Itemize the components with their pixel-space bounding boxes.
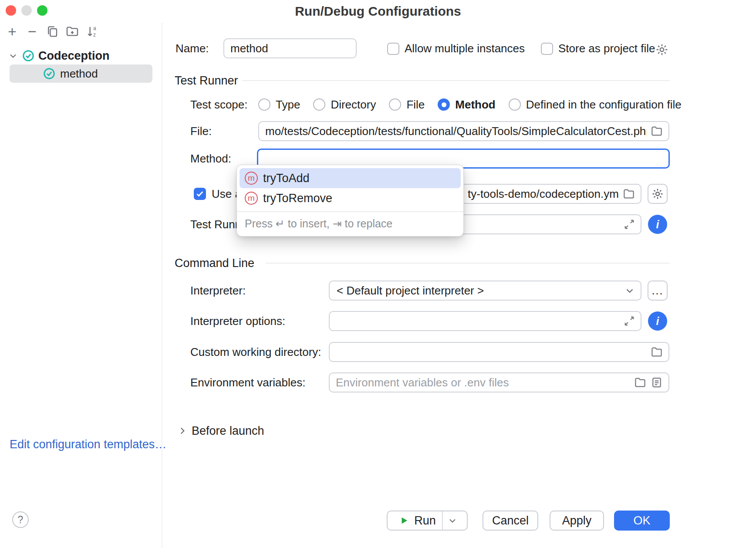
- radio-label: File: [406, 98, 425, 112]
- interpreter-browse-button[interactable]: …: [648, 281, 668, 301]
- run-split-button: Run: [387, 511, 468, 531]
- apply-button[interactable]: Apply: [550, 511, 604, 531]
- before-launch-section[interactable]: Before launch: [192, 421, 264, 441]
- tree-node-label: Codeception: [38, 49, 110, 63]
- folder-icon[interactable]: [650, 345, 663, 359]
- folder-icon[interactable]: [634, 376, 647, 389]
- chevron-right-icon[interactable]: [177, 425, 188, 436]
- interpreter-value: < Default project interpreter >: [337, 284, 484, 298]
- radio-label: Method: [455, 98, 495, 112]
- edit-configuration-templates-link[interactable]: Edit configuration templates…: [10, 435, 166, 454]
- environment-variables-field: [329, 372, 669, 392]
- sort-configurations-button[interactable]: a z: [84, 23, 101, 40]
- ok-button[interactable]: OK: [614, 511, 670, 531]
- codeception-icon: [22, 49, 35, 62]
- interpreter-label: Interpreter:: [190, 281, 246, 301]
- radio-circle-selected: [438, 98, 450, 111]
- interpreter-options-label: Interpreter options:: [190, 311, 285, 331]
- minus-icon: −: [28, 24, 37, 39]
- cancel-button[interactable]: Cancel: [483, 511, 538, 531]
- radio-circle: [389, 98, 401, 111]
- test-runner-options-label: Test Runn: [190, 214, 241, 234]
- folder-icon[interactable]: [650, 125, 663, 138]
- completion-item-trytoremove[interactable]: m tryToRemove: [240, 188, 461, 208]
- config-settings-button[interactable]: [648, 184, 668, 204]
- section-divider: [242, 80, 670, 81]
- environment-variables-label: Environment variables:: [190, 372, 305, 392]
- scope-radio-file[interactable]: File: [389, 98, 425, 112]
- allow-multiple-instances-label: Allow multiple instances: [405, 38, 525, 58]
- svg-text:a: a: [93, 25, 96, 31]
- file-field: [258, 121, 669, 141]
- sidebar-divider: [162, 23, 162, 548]
- check-icon: [195, 189, 205, 199]
- expand-icon[interactable]: [623, 218, 635, 230]
- expand-icon[interactable]: [623, 315, 635, 327]
- gear-icon: [651, 187, 664, 200]
- completion-item-label: tryToAdd: [263, 172, 310, 185]
- window-title: Run/Debug Configurations: [0, 4, 756, 19]
- play-icon: [398, 515, 410, 526]
- radio-label: Defined in the configuration file: [526, 98, 682, 112]
- interpreter-select[interactable]: < Default project interpreter >: [329, 281, 641, 301]
- test-runner-section-title: Test Runner: [175, 71, 238, 90]
- scope-radio-directory[interactable]: Directory: [313, 98, 376, 112]
- config-file-field: [461, 184, 641, 204]
- info-button[interactable]: i: [648, 215, 667, 234]
- codeception-icon: [43, 67, 56, 80]
- radio-circle: [509, 98, 521, 111]
- add-configuration-button[interactable]: +: [3, 23, 21, 40]
- list-icon[interactable]: [650, 376, 663, 389]
- tree-node-method-selected[interactable]: method: [10, 64, 152, 83]
- method-icon: m: [245, 192, 258, 205]
- interpreter-options-input[interactable]: [336, 315, 620, 328]
- section-divider: [266, 263, 670, 264]
- help-button[interactable]: ?: [12, 511, 29, 528]
- chevron-down-icon[interactable]: [8, 51, 18, 61]
- radio-circle: [313, 98, 325, 111]
- store-settings-gear-icon[interactable]: [655, 43, 669, 57]
- info-button[interactable]: i: [648, 311, 667, 331]
- method-input[interactable]: [264, 152, 663, 166]
- run-button-label: Run: [414, 514, 436, 528]
- tree-node-codeception[interactable]: Codeception: [8, 47, 110, 64]
- custom-working-directory-field: [329, 342, 669, 362]
- custom-working-directory-input[interactable]: [336, 345, 647, 359]
- folder-icon[interactable]: [622, 187, 635, 200]
- name-label: Name:: [176, 38, 209, 58]
- completion-hint: Press ↵ to insert, ⇥ to replace: [237, 211, 463, 236]
- name-input[interactable]: [230, 42, 351, 55]
- completion-item-label: tryToRemove: [263, 192, 332, 205]
- scope-radio-defined-in-config[interactable]: Defined in the configuration file: [509, 98, 682, 112]
- environment-variables-input[interactable]: [336, 376, 630, 389]
- use-config-checkbox[interactable]: [194, 188, 206, 200]
- allow-multiple-instances-checkbox[interactable]: [387, 43, 399, 55]
- test-scope-radio-group: Type Directory File Method Defined in th…: [258, 95, 682, 115]
- new-folder-button[interactable]: [64, 23, 81, 40]
- store-as-project-file-checkbox[interactable]: [541, 43, 553, 55]
- radio-label: Directory: [331, 98, 376, 112]
- name-field: [223, 38, 357, 58]
- tree-node-label: method: [60, 67, 98, 81]
- remove-configuration-button[interactable]: −: [24, 23, 41, 40]
- sort-az-icon: a z: [85, 24, 99, 38]
- config-file-input[interactable]: [468, 187, 619, 201]
- copy-configuration-button[interactable]: [44, 23, 61, 40]
- run-dropdown-button[interactable]: [443, 511, 462, 530]
- sidebar-toolbar: + − a z: [3, 23, 101, 40]
- method-icon: m: [245, 172, 258, 185]
- chevron-down-icon: [624, 285, 635, 296]
- radio-circle: [258, 98, 270, 111]
- scope-radio-type[interactable]: Type: [258, 98, 300, 112]
- scope-radio-method[interactable]: Method: [438, 98, 495, 112]
- file-path-input[interactable]: [265, 125, 647, 138]
- copy-icon: [45, 24, 59, 38]
- svg-text:z: z: [93, 32, 96, 38]
- method-label: Method:: [190, 149, 231, 169]
- run-button[interactable]: Run: [392, 511, 442, 530]
- completion-item-trytoadd[interactable]: m tryToAdd: [240, 168, 461, 188]
- test-scope-label: Test scope:: [190, 95, 248, 115]
- command-line-section-title: Command Line: [175, 254, 254, 273]
- interpreter-options-field: [329, 311, 641, 331]
- custom-working-directory-label: Custom working directory:: [190, 342, 321, 362]
